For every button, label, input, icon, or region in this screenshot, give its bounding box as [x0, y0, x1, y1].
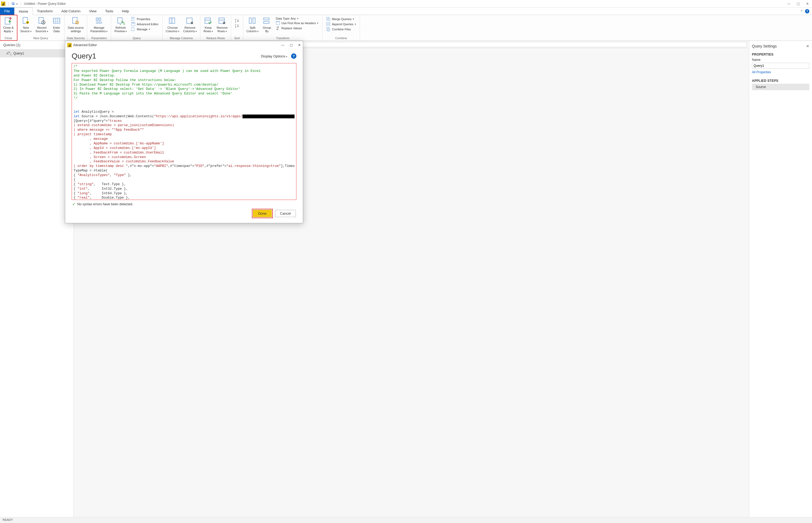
dialog-app-icon [67, 43, 72, 47]
query-settings-close[interactable]: ✕ [806, 44, 809, 48]
ribbon-collapse[interactable]: ^ [801, 10, 802, 13]
keep-rows-icon [204, 17, 212, 25]
remove-rows-label: Remove Rows [217, 26, 228, 33]
group-reduce-rows-label: Reduce Rows [202, 36, 229, 40]
first-row-headers-button[interactable]: Use First Row as Headers [275, 21, 319, 25]
enter-data-label: Enter Data [53, 26, 60, 33]
svg-rect-36 [249, 18, 251, 24]
maximize-button[interactable]: ▢ [797, 2, 800, 6]
enter-data-icon [53, 17, 61, 25]
step-source[interactable]: Source [752, 84, 809, 90]
replace-values-button[interactable]: Replace Values [275, 26, 319, 31]
tab-view[interactable]: View [85, 7, 101, 15]
data-type-label: Data Type: Any [276, 17, 296, 20]
svg-rect-45 [327, 24, 330, 26]
group-manage-columns: Choose Columns Remove Columns Manage Col… [163, 15, 200, 40]
all-properties-link[interactable]: All Properties [752, 70, 809, 74]
svg-text:Z: Z [235, 21, 236, 23]
remove-columns-button[interactable]: Remove Columns [182, 16, 199, 34]
queries-pane: Queries [1] ABC Query1 [0, 41, 74, 517]
group-by-icon [263, 17, 271, 25]
group-query: Refresh Preview Properties Advanced Edit… [111, 15, 162, 40]
group-close: Close & Apply Close [0, 15, 17, 40]
tab-file[interactable]: File [0, 7, 14, 15]
name-input[interactable] [752, 63, 809, 69]
svg-rect-24 [131, 28, 134, 31]
group-transform: Split Column Group By Data Type: Any Use… [243, 15, 323, 40]
query-type-icon: ABC [6, 51, 12, 56]
group-combine-label: Combine [324, 36, 358, 40]
remove-columns-icon [186, 17, 194, 25]
data-source-settings-button[interactable]: Data source settings [66, 16, 85, 34]
replace-values-label: Replace Values [281, 26, 302, 30]
group-transform-label: Transform [245, 36, 321, 40]
svg-rect-23 [132, 23, 134, 23]
advanced-editor-button[interactable]: Advanced Editor [130, 22, 160, 26]
tab-tools[interactable]: Tools [101, 7, 117, 15]
recent-sources-button[interactable]: Recent Sources [34, 16, 50, 34]
sort-asc-button[interactable]: AZ [234, 18, 240, 23]
svg-rect-31 [219, 19, 224, 21]
qat-save-icon[interactable]: 🖫 [12, 2, 15, 6]
enter-data-button[interactable]: Enter Data [51, 16, 63, 34]
keep-rows-button[interactable]: Keep Rows [202, 16, 215, 34]
query-settings-title: Query Settings [752, 44, 777, 48]
advanced-editor-label: Advanced Editor [137, 22, 159, 26]
refresh-preview-button[interactable]: Refresh Preview [113, 16, 129, 34]
group-by-label: Group By [263, 26, 271, 33]
group-close-label: Close [2, 36, 15, 40]
manage-parameters-label: Manage Parameters [90, 26, 108, 33]
tab-transform[interactable]: Transform [33, 7, 57, 15]
svg-rect-13 [96, 18, 98, 20]
window-title: Untitled - Power Query Editor [24, 2, 66, 6]
code-editor[interactable]: /* The exported Power Query Formula Lang… [72, 63, 296, 200]
manage-parameters-button[interactable]: Manage Parameters [89, 16, 109, 34]
svg-rect-44 [327, 22, 330, 24]
tab-add-column[interactable]: Add Column [57, 7, 85, 15]
svg-point-12 [77, 22, 78, 23]
dialog-close[interactable]: ✕ [298, 43, 301, 47]
remove-rows-button[interactable]: Remove Rows [215, 16, 229, 34]
close-button[interactable]: ✕ [806, 2, 809, 6]
data-type-button[interactable]: Data Type: Any [275, 17, 319, 20]
group-by-button[interactable]: Group By [261, 16, 273, 34]
sort-desc-button[interactable]: ZA [234, 23, 240, 28]
choose-columns-button[interactable]: Choose Columns [164, 16, 181, 34]
append-queries-button[interactable]: Append Queries [325, 22, 357, 26]
combine-files-button[interactable]: Combine Files [325, 27, 357, 32]
cancel-button[interactable]: Cancel [275, 210, 296, 217]
svg-rect-5 [53, 18, 60, 23]
close-apply-button[interactable]: Close & Apply [2, 16, 15, 34]
qat-dropdown[interactable] [16, 2, 18, 6]
svg-text:A: A [235, 19, 236, 21]
svg-rect-10 [73, 17, 77, 24]
display-options-button[interactable]: Display Options [261, 54, 287, 58]
query-item-query1[interactable]: ABC Query1 [0, 49, 74, 57]
minimize-button[interactable]: — [787, 2, 790, 6]
merge-queries-button[interactable]: Merge Queries [325, 17, 357, 21]
dialog-title: Advanced Editor [73, 43, 97, 47]
manage-button[interactable]: Manage [130, 27, 160, 32]
syntax-status: ✓ No syntax errors have been detected. [72, 200, 296, 208]
dialog-titlebar[interactable]: Advanced Editor — ▢ ✕ [65, 41, 303, 49]
dialog-help-icon[interactable]: ? [291, 53, 296, 59]
choose-columns-icon [168, 17, 177, 25]
svg-rect-14 [99, 18, 101, 20]
group-parameters: Manage Parameters Parameters [87, 15, 111, 40]
help-icon[interactable]: ? [805, 9, 809, 14]
append-queries-label: Append Queries [332, 22, 353, 26]
code-content[interactable]: /* The exported Power Query Formula Lang… [74, 65, 295, 200]
data-source-settings-label: Data source settings [68, 26, 84, 33]
tab-help[interactable]: Help [117, 7, 133, 15]
dialog-minimize[interactable]: — [281, 43, 284, 47]
split-column-icon [248, 17, 256, 25]
done-button[interactable]: Done [253, 210, 272, 217]
split-column-button[interactable]: Split Column [245, 16, 260, 34]
svg-rect-29 [205, 19, 210, 21]
tab-home[interactable]: Home [14, 7, 33, 15]
properties-button[interactable]: Properties [130, 17, 160, 21]
group-sort: AZ ZA Sort [231, 15, 243, 40]
svg-rect-39 [264, 21, 269, 24]
new-source-button[interactable]: New Source [19, 16, 33, 34]
dialog-maximize[interactable]: ▢ [290, 43, 293, 47]
